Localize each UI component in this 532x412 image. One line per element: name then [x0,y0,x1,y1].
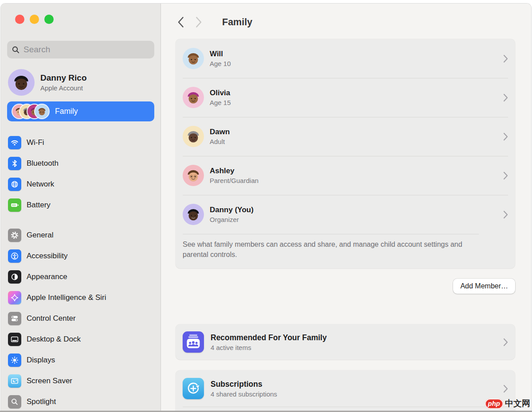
magnifier-icon [8,395,21,408]
sun-icon [8,354,21,367]
search-field[interactable] [7,41,154,58]
chevron-right-icon [503,54,508,63]
sidebar-item-desktop-dock[interactable]: Desktop & Dock [7,329,154,350]
sidebar-item-label: Network [27,180,54,189]
member-avatar [183,204,204,225]
settings-window: Danny Rico Apple Account Family Wi-Fi Bl… [1,4,531,412]
member-row-ashley[interactable]: Ashley Parent/Guardian [176,156,515,195]
sidebar-item-family-label: Family [55,107,78,116]
add-member-row: Add Member… [176,279,515,294]
recommended-card[interactable]: Recommended For Your Family 4 active ite… [176,324,515,360]
minimize-button[interactable] [30,15,39,24]
add-member-button[interactable]: Add Member… [453,279,515,294]
sidebar-item-label: Spotlight [27,397,56,406]
sidebar-item-bluetooth[interactable]: Bluetooth [7,153,154,174]
search-input[interactable] [23,45,149,54]
member-detail: Age 10 [210,60,231,67]
subscriptions-card[interactable]: Subscriptions 4 shared subscriptions [176,370,515,412]
family-footnote: See what family members can access and s… [176,234,486,268]
sidebar-item-label: Battery [27,201,51,210]
watermark-text: 中文网 [505,398,530,409]
sidebar-item-label: General [27,231,53,240]
sidebar-item-appearance[interactable]: Appearance [7,266,154,287]
account-row[interactable]: Danny Rico Apple Account [7,69,154,96]
desktop-dock-icon [8,333,21,346]
forward-button[interactable] [195,16,202,28]
sidebar-item-screen-saver[interactable]: Screen Saver [7,370,154,391]
sidebar-item-network[interactable]: Network [7,174,154,194]
watermark: php 中文网 [485,398,531,409]
member-detail: Organizer [210,216,254,223]
search-icon [12,46,20,54]
sidebar: Danny Rico Apple Account Family Wi-Fi Bl… [1,4,161,412]
sidebar-item-family[interactable]: Family [7,101,154,121]
account-subtitle: Apple Account [40,84,87,92]
sidebar-item-wifi[interactable]: Wi-Fi [7,132,154,153]
sidebar-item-general[interactable]: General [7,225,154,245]
member-avatar [183,48,204,69]
subscriptions-subtitle: 4 shared subscriptions [211,390,277,398]
chevron-right-icon [503,171,508,180]
chevron-right-icon [503,132,508,141]
member-name: Dawn [210,128,230,136]
recommended-subtitle: 4 active items [211,344,327,351]
sidebar-item-control-center[interactable]: Control Center [7,308,154,329]
member-name: Ashley [210,167,258,175]
apple-intelligence-icon [8,291,21,304]
member-row-danny[interactable]: Danny (You) Organizer [176,195,515,234]
sidebar-nav-group-2: General Accessibility Appearance Apple I… [7,225,154,412]
family-app-icon [183,331,204,353]
sidebar-item-label: Screen Saver [27,377,72,385]
accessibility-icon [8,249,21,263]
back-button[interactable] [177,16,184,28]
member-row-will[interactable]: Will Age 10 [176,39,515,78]
sidebar-item-apple-intelligence[interactable]: Apple Intelligence & Siri [7,287,154,308]
family-avatars-cluster [12,105,49,118]
sidebar-item-label: Wi-Fi [27,138,44,147]
control-center-icon [8,312,21,325]
family-members-card: Will Age 10 Olivia Age 15 [176,39,515,268]
member-avatar [183,126,204,147]
main-panel: Family Will Age 10 Olivia A [161,4,531,412]
sidebar-item-spotlight[interactable]: Spotlight [7,391,154,412]
globe-icon [8,178,21,191]
subscriptions-icon [183,378,204,399]
recommended-title: Recommended For Your Family [211,333,327,342]
sidebar-item-label: Accessibility [27,252,68,260]
battery-icon [8,198,21,212]
sidebar-nav-group-1: Wi-Fi Bluetooth Network Battery [7,132,154,215]
member-name: Olivia [210,89,231,97]
sidebar-item-label: Control Center [27,314,76,323]
account-name: Danny Rico [40,73,87,83]
sidebar-item-label: Apple Intelligence & Siri [27,293,106,302]
chevron-right-icon [503,93,508,102]
sidebar-item-label: Desktop & Dock [27,335,81,344]
sidebar-item-displays[interactable]: Displays [7,350,154,370]
chevron-right-icon [503,338,508,346]
sidebar-item-accessibility[interactable]: Accessibility [7,245,154,266]
member-row-olivia[interactable]: Olivia Age 15 [176,78,515,117]
subscriptions-row[interactable]: Subscriptions 4 shared subscriptions [176,370,515,407]
close-button[interactable] [15,15,24,24]
page-title: Family [222,17,252,28]
screen-saver-icon [8,374,21,388]
sidebar-item-label: Appearance [27,272,67,281]
sidebar-item-label: Bluetooth [27,159,59,168]
cluster-avatar [35,105,49,118]
window-controls [7,4,154,24]
member-name: Will [210,50,231,58]
gear-icon [8,229,21,242]
member-detail: Adult [210,138,230,145]
appearance-icon [8,270,21,284]
subscriptions-title: Subscriptions [211,380,277,389]
member-name: Danny (You) [210,206,254,214]
recommended-row[interactable]: Recommended For Your Family 4 active ite… [176,324,515,360]
member-avatar [183,165,204,186]
member-detail: Age 15 [210,99,231,106]
chevron-right-icon [503,210,508,219]
account-avatar [8,69,35,96]
zoom-button[interactable] [44,15,54,24]
sidebar-item-battery[interactable]: Battery [7,194,154,215]
member-row-dawn[interactable]: Dawn Adult [176,117,515,156]
chevron-right-icon [503,385,508,393]
